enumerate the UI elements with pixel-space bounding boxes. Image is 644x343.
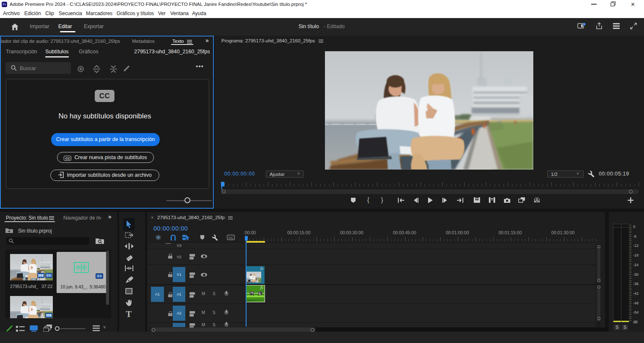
- svg-text:CC: CC: [229, 236, 234, 240]
